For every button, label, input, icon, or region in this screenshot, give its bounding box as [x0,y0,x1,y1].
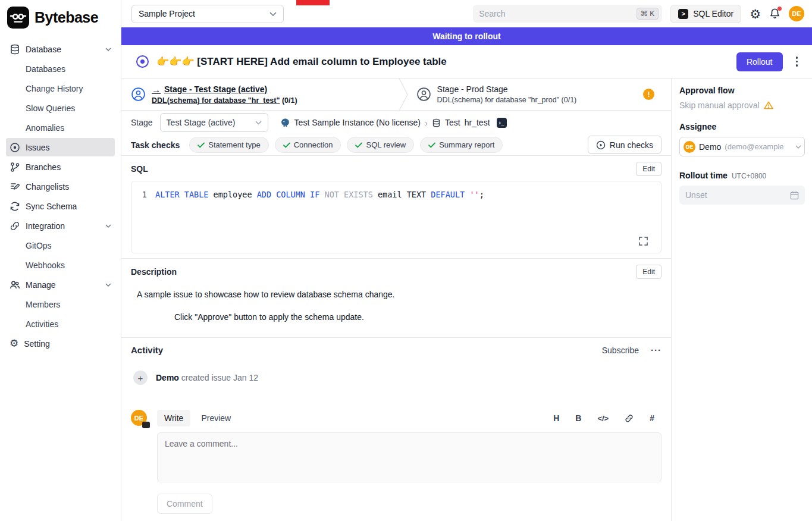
run-checks-label: Run checks [610,140,653,150]
subscribe-button[interactable]: Subscribe [602,346,639,355]
sidebar-item-label: Branches [26,162,61,172]
stage-select[interactable]: Test Stage (active) [160,113,268,132]
database-name[interactable]: hr_test [465,118,490,127]
sidebar-item-members[interactable]: Members [6,295,115,313]
check-summary-report[interactable]: Summary report [420,137,503,153]
search-input[interactable] [479,9,632,18]
stage-selector-bar: Stage Test Stage (active) Test Sample In… [121,111,671,134]
format-toolbar: H B </> # [553,413,661,423]
activity-section-title: Activity [131,345,163,355]
chevron-down-icon [269,12,277,16]
postgres-icon [280,118,290,128]
description-paragraph: A sample issue to showcase how to review… [137,290,661,299]
project-select-value: Sample Project [139,9,195,18]
sidebar-item-change-history[interactable]: Change History [6,79,115,98]
search-box[interactable]: ⌘ K [473,5,662,23]
activity-more-icon[interactable]: ··· [651,345,661,355]
sidebar-item-manage[interactable]: Manage [6,275,115,294]
hash-button[interactable]: # [650,413,654,423]
sql-statement-line: 1ALTER TABLE employee ADD COLUMN IF NOT … [131,189,661,200]
check-sql-review[interactable]: SQL review [347,137,414,153]
sql-editor-button[interactable]: > SQL Editor [670,5,741,23]
comment-button[interactable]: Comment [157,494,212,514]
link-button[interactable] [625,414,634,423]
comment-bubble-icon [142,422,150,428]
sidebar-item-activities[interactable]: Activities [6,315,115,333]
tab-write[interactable]: Write [157,410,190,426]
sidebar-item-label: Integration [26,221,65,231]
assignee-select[interactable]: DE Demo (demo@example [679,137,805,156]
sidebar-item-anomalies[interactable]: Anomalies [6,118,115,137]
activity-event-text: Demo created issue Jan 12 [156,373,258,382]
rollout-time-input[interactable]: Unset [679,186,805,205]
instance-name[interactable]: Test Sample Instance (No license) [294,118,421,127]
stage-card-prod[interactable]: Stage - Prod Stage DDL(schema) for datab… [416,84,577,104]
project-select[interactable]: Sample Project [131,5,284,23]
check-label: Statement type [208,140,260,149]
sidebar-item-databases[interactable]: Databases [6,59,115,78]
approval-flow-value: Skip manual approval [679,101,760,110]
play-circle-icon [596,140,606,150]
sidebar-item-setting[interactable]: ⚙ Setting [6,334,115,353]
brand-logo[interactable]: Bytebase [0,0,121,36]
check-statement-type[interactable]: Statement type [189,137,268,153]
brand-name: Bytebase [35,9,98,26]
settings-button[interactable]: ⚙ [750,8,761,20]
comment-tabs: Write Preview H B </> # [157,410,661,426]
assignee-label: Assignee [679,122,805,131]
description-section: Description Edit A sample issue to showc… [121,259,671,338]
description-edit-button[interactable]: Edit [636,265,661,279]
check-connection[interactable]: Connection [275,137,341,153]
rollout-button[interactable]: Rollout [736,52,783,71]
user-avatar[interactable]: DE [789,6,804,21]
sidebar-nav: Database Databases Change History Slow Q… [0,36,121,357]
warning-icon [764,101,773,109]
sidebar-item-label: Database [26,45,61,54]
bytebase-logo-icon [7,7,29,29]
code-button[interactable]: </> [597,414,609,423]
tab-preview[interactable]: Preview [194,410,238,426]
users-icon [10,280,20,290]
task-progress: (0/1) [282,96,297,105]
approval-flow-label: Approval flow [679,86,805,95]
sidebar-item-label: Sync Schema [26,202,77,211]
assignee-stage-icon [416,87,431,102]
gear-icon: ⚙ [10,338,18,349]
screen-recording-artifact [296,0,330,5]
sidebar-item-sync-schema[interactable]: Sync Schema [6,197,115,215]
sidebar-item-branches[interactable]: Branches [6,158,115,176]
sidebar-item-issues[interactable]: Issues [6,138,115,156]
sidebar-item-gitops[interactable]: GitOps [6,236,115,255]
chevron-down-icon [795,145,801,149]
assignee-name: Demo [699,142,721,152]
sql-code-editor[interactable]: 1ALTER TABLE employee ADD COLUMN IF NOT … [131,181,661,253]
sidebar-item-slow-queries[interactable]: Slow Queries [6,99,115,117]
comment-input[interactable] [157,432,661,482]
sidebar-item-changelists[interactable]: Changelists [6,177,115,196]
heading-button[interactable]: H [553,413,559,423]
sidebar-item-integration[interactable]: Integration [6,216,115,235]
task-name: DDL(schema) for database "hr_prod" [437,96,560,104]
sql-edit-button[interactable]: Edit [636,162,661,176]
database-icon [432,118,441,127]
chevron-down-icon [255,121,262,125]
sql-section: SQL Edit 1ALTER TABLE employee ADD COLUM… [121,156,671,259]
notifications-button[interactable] [769,8,780,20]
activity-section: Activity Subscribe ··· + Demo created is… [121,338,671,521]
sidebar-item-webhooks[interactable]: Webhooks [6,256,115,274]
circle-dot-icon [10,142,20,153]
description-section-title: Description [131,267,177,277]
open-sql-editor-icon[interactable]: ›_ [497,118,507,128]
bold-button[interactable]: B [575,413,581,423]
check-icon [283,142,290,148]
sidebar-item-label: Webhooks [26,260,65,270]
stage-separator-icon [399,79,408,111]
status-banner: Waiting to rollout [121,27,812,45]
stage-card-test[interactable]: →Stage - Test Stage (active) DDL(schema)… [131,84,297,105]
fullscreen-icon[interactable] [639,237,648,246]
rollout-time-label: Rollout time [679,171,728,180]
comment-editor: DE Write Preview H B </> # [131,410,661,514]
sidebar-item-database[interactable]: Database [6,40,115,58]
run-checks-button[interactable]: Run checks [588,136,661,154]
more-options-icon[interactable] [794,54,801,69]
